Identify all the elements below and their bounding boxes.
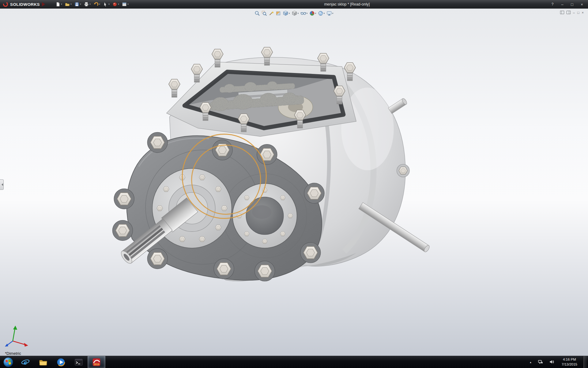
screen: SOLIDWORKS ▾ ▾ ▾ (0, 0, 588, 368)
dropdown-arrow[interactable]: ▾ (70, 3, 72, 6)
hide-show-glasses-icon (300, 11, 306, 15)
dropdown-arrow[interactable]: ▾ (108, 3, 110, 6)
new-document-icon (55, 2, 60, 7)
apply-scene-icon (318, 11, 323, 16)
zoom-to-area-icon (262, 11, 267, 16)
select-cursor-icon (103, 2, 108, 7)
media-player-icon (56, 358, 66, 367)
appearance-ball-icon (112, 2, 117, 7)
hidden-icons-chevron[interactable]: ▴ (528, 360, 533, 364)
open-folder-icon (65, 2, 70, 7)
headsup-toolbar: ▾ ▾ ▾ (254, 10, 334, 17)
dropdown-arrow[interactable]: ▾ (288, 12, 290, 15)
apply-scene-button[interactable]: ▾ (318, 10, 326, 17)
pane-right-icon[interactable] (567, 11, 571, 15)
dropdown-arrow[interactable]: ▾ (89, 3, 91, 6)
show-desktop-button[interactable] (583, 356, 587, 368)
viewport-3d[interactable]: ▾ ▾ ▾ (0, 9, 588, 356)
windows-start-orb-icon (3, 357, 13, 367)
folder-icon (39, 358, 48, 367)
solidworks-logo-icon (2, 1, 9, 7)
dropdown-arrow[interactable]: ▾ (297, 12, 299, 15)
view-settings-button[interactable]: ▾ (326, 10, 334, 16)
selection-filter-button[interactable] (268, 10, 274, 17)
doc-minimize-button[interactable]: – (573, 11, 575, 14)
taskbar-windows-explorer[interactable] (34, 356, 52, 368)
options-sheet-icon (122, 2, 127, 7)
select-button[interactable]: ▾ (102, 1, 111, 7)
options-button[interactable]: ▾ (121, 1, 130, 7)
new-document-button[interactable]: ▾ (55, 1, 63, 7)
right-bearing-flange[interactable] (232, 183, 297, 248)
chevron-left-icon (0, 183, 3, 186)
app-brand: SOLIDWORKS (0, 1, 50, 7)
titlebar-toolbar: ▾ ▾ ▾ ▾ (55, 1, 130, 7)
save-button[interactable]: ▾ (74, 1, 82, 7)
command-prompt-icon (74, 358, 83, 367)
maximize-button[interactable]: □ (569, 2, 575, 7)
taskbar-items: e (0, 356, 105, 368)
network-tray-icon[interactable] (536, 359, 545, 365)
pane-left-icon[interactable] (560, 11, 564, 15)
clock-time: 4:16 PM (562, 357, 577, 362)
print-icon (84, 2, 89, 7)
section-view-icon (276, 11, 281, 16)
window-title: menjac sklop * [Read-only] (324, 0, 370, 9)
solidworks-2015-icon: 2015 (92, 358, 101, 367)
dropdown-arrow[interactable]: ▾ (99, 3, 100, 6)
display-style-button[interactable]: ▾ (291, 10, 299, 17)
display-style-icon (292, 10, 297, 16)
volume-tray-icon[interactable] (548, 359, 556, 365)
clock-date: 7/13/2015 (562, 362, 577, 367)
document-window-controls: – □ × (560, 11, 584, 15)
titlebar: SOLIDWORKS ▾ ▾ ▾ (0, 0, 588, 9)
taskbar-clock[interactable]: 4:16 PM 7/13/2015 (559, 357, 580, 367)
view-settings-icon (327, 11, 332, 16)
appearance-ball-icon (310, 11, 315, 16)
dropdown-arrow[interactable]: ▾ (332, 12, 334, 15)
zoom-to-fit-button[interactable] (254, 10, 260, 17)
app-brand-name: SOLIDWORKS (10, 2, 40, 7)
titlebar-controls: ? – □ × (549, 2, 588, 7)
view-orientation-button[interactable]: ▾ (282, 10, 290, 17)
dropdown-arrow[interactable]: ▾ (315, 12, 316, 15)
internet-explorer-icon: e (21, 358, 30, 367)
gearbox-model-canvas[interactable] (0, 9, 588, 356)
edit-appearance-hud-button[interactable]: ▾ (309, 10, 317, 17)
taskbar-solidworks-2015[interactable]: 2015 (88, 356, 105, 368)
panel-collapse-tab[interactable] (0, 179, 4, 190)
undo-button[interactable]: ▾ (92, 1, 101, 7)
section-view-button[interactable] (275, 10, 281, 17)
start-button[interactable] (0, 356, 17, 368)
zoom-to-fit-icon (254, 11, 260, 16)
zoom-to-area-button[interactable] (261, 10, 267, 17)
view-orientation-cube-icon (283, 10, 288, 16)
system-tray: ▴ 4:16 PM 7/13/2015 (528, 356, 588, 368)
close-button[interactable]: × (579, 2, 585, 7)
dropdown-arrow[interactable]: ▾ (80, 3, 81, 6)
doc-close-button[interactable]: × (582, 11, 584, 14)
print-button[interactable]: ▾ (83, 1, 92, 7)
save-icon (74, 2, 79, 7)
open-button[interactable]: ▾ (64, 1, 73, 7)
dropdown-arrow[interactable]: ▾ (127, 3, 129, 6)
taskbar-media-player[interactable] (52, 356, 70, 368)
dropdown-arrow[interactable]: ▾ (61, 3, 62, 6)
svg-text:e: e (24, 358, 27, 366)
undo-icon (93, 2, 98, 7)
dropdown-arrow[interactable]: ▾ (118, 3, 119, 6)
doc-restore-button[interactable]: □ (577, 11, 579, 14)
view-orientation-label: *Dimetric (5, 351, 21, 356)
taskbar-command-prompt[interactable] (70, 356, 88, 368)
svg-text:2015: 2015 (94, 363, 100, 366)
taskbar: e (0, 356, 588, 368)
hide-show-items-button[interactable]: ▾ (300, 10, 308, 16)
taskbar-internet-explorer[interactable]: e (17, 356, 34, 368)
edit-appearance-button[interactable]: ▾ (111, 1, 120, 7)
dropdown-arrow[interactable]: ▾ (324, 12, 325, 15)
help-button[interactable]: ? (549, 2, 556, 6)
minimize-button[interactable]: – (559, 2, 565, 7)
dropdown-arrow[interactable]: ▾ (306, 12, 307, 15)
drain-plug-bolt[interactable] (397, 164, 410, 177)
selection-filter-icon (269, 11, 274, 16)
